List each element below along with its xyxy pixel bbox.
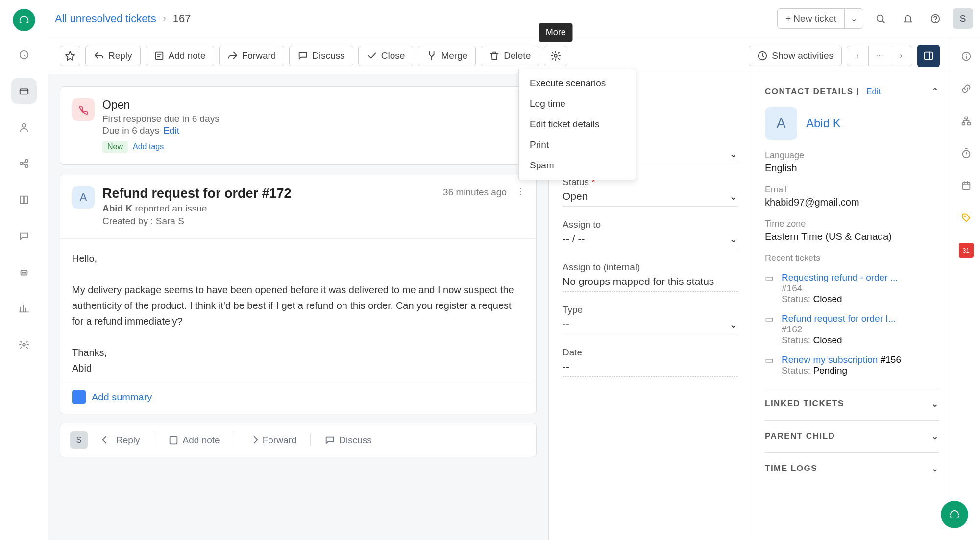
nav-knowledge-icon[interactable] — [11, 187, 37, 212]
nav-dashboard-icon[interactable] — [11, 42, 37, 68]
assign-select[interactable]: -- / --⌄ — [563, 230, 738, 249]
calendar-icon[interactable] — [959, 178, 974, 193]
add-summary-button[interactable]: Add summary — [60, 380, 536, 414]
menu-log-time[interactable]: Log time — [519, 94, 636, 114]
ticket-body: Hello, My delivery package seems to have… — [60, 239, 536, 380]
close-button[interactable]: Close — [358, 46, 414, 66]
nav-bot-icon[interactable] — [11, 259, 37, 285]
breadcrumb-list[interactable]: All unresolved tickets — [55, 12, 156, 25]
contact-name-link[interactable]: Abid K — [806, 117, 841, 130]
help-icon[interactable] — [925, 8, 946, 29]
chevron-down-icon: ⌄ — [931, 464, 939, 474]
right-rail: 31 — [952, 37, 980, 540]
notifications-icon[interactable] — [898, 8, 918, 29]
nav-reports-icon[interactable] — [11, 296, 37, 321]
email-value: khabid97@gmail.com — [765, 197, 939, 208]
date-value[interactable]: -- — [563, 358, 738, 377]
svg-point-7 — [22, 272, 23, 273]
menu-print[interactable]: Print — [519, 135, 636, 155]
app-logo[interactable] — [13, 9, 35, 31]
menu-execute-scenarios[interactable]: Execute scenarios — [519, 73, 636, 94]
search-icon[interactable] — [870, 8, 891, 29]
nav-social-icon[interactable] — [11, 151, 37, 176]
next-ticket-button[interactable]: › — [890, 46, 912, 66]
toggle-panel-button[interactable] — [917, 45, 940, 67]
forward-action[interactable]: Forward — [248, 435, 297, 446]
svg-point-23 — [964, 216, 965, 217]
type-select[interactable]: --⌄ — [563, 315, 738, 334]
timezone-value: Eastern Time (US & Canada) — [765, 231, 939, 242]
svg-point-9 — [23, 343, 25, 346]
assign-internal-value: No groups mapped for this status — [563, 273, 738, 292]
stopwatch-icon[interactable] — [959, 146, 974, 161]
new-pill: New — [102, 141, 128, 153]
ticket-nav-menu[interactable]: ⋯ — [869, 46, 890, 66]
nav-chat-icon[interactable] — [11, 223, 37, 249]
merge-button[interactable]: Merge — [418, 46, 476, 66]
star-button[interactable] — [60, 46, 80, 66]
add-tags-link[interactable]: Add tags — [133, 142, 164, 151]
ticket-nav-arrows: ‹ ⋯ › — [847, 46, 912, 66]
language-label: Language — [765, 150, 939, 161]
hierarchy-icon[interactable] — [959, 114, 974, 128]
discuss-action[interactable]: Discuss — [324, 435, 372, 446]
recent-ticket[interactable]: ▭Refund request for order I...#162Status… — [765, 313, 939, 346]
ticket-detail-card: A Refund request for order #172 Abid K r… — [60, 174, 537, 414]
svg-rect-1 — [20, 89, 28, 94]
parent-child-accordion[interactable]: PARENT CHILD⌄ — [765, 420, 939, 452]
due-text: Due in 6 days — [102, 125, 159, 136]
discuss-button[interactable]: Discuss — [289, 46, 353, 66]
support-fab[interactable] — [941, 501, 968, 528]
tag-icon[interactable] — [959, 211, 974, 225]
edit-contact-link[interactable]: Edit — [866, 87, 881, 96]
type-label: Type — [563, 305, 738, 315]
recent-ticket[interactable]: ▭Requesting refund - order ...#164Status… — [765, 272, 939, 305]
chevron-right-icon: › — [163, 13, 166, 23]
status-select[interactable]: Open⌄ — [563, 188, 738, 207]
more-dropdown: Execute scenarios Log time Edit ticket d… — [518, 69, 636, 180]
phone-icon — [72, 98, 95, 121]
nav-tickets-icon[interactable] — [11, 78, 37, 104]
ticket-icon: ▭ — [765, 272, 775, 305]
calendar-date-badge[interactable]: 31 — [959, 243, 974, 258]
ticket-toolbar: Reply Add note Forward Discuss Close Mer… — [48, 37, 952, 74]
timezone-label: Time zone — [765, 219, 939, 229]
forward-button[interactable]: Forward — [219, 46, 285, 66]
more-tooltip: More — [539, 23, 573, 42]
ticket-actions-icon[interactable]: ⋮ — [516, 187, 524, 196]
prev-ticket-button[interactable]: ‹ — [847, 46, 869, 66]
new-ticket-button[interactable]: + New ticket ⌄ — [777, 8, 863, 29]
reply-avatar: S — [70, 431, 88, 449]
recent-ticket[interactable]: ▭Renew my subscription #156Status: Pendi… — [765, 354, 939, 376]
left-sidebar — [0, 0, 48, 540]
chevron-down-icon[interactable]: ⌄ — [845, 14, 863, 23]
info-icon[interactable] — [959, 49, 974, 64]
edit-due-link[interactable]: Edit — [163, 125, 179, 136]
delete-button[interactable]: Delete — [481, 46, 539, 66]
breadcrumb-ticket-id: 167 — [173, 12, 191, 25]
menu-edit-ticket-details[interactable]: Edit ticket details — [519, 114, 636, 135]
svg-point-2 — [22, 124, 25, 127]
svg-rect-12 — [155, 52, 163, 59]
more-button[interactable]: More — [544, 46, 567, 66]
nav-contacts-icon[interactable] — [11, 115, 37, 140]
assign-internal-label: Assign to (internal) — [563, 262, 738, 273]
user-avatar[interactable]: S — [953, 8, 973, 29]
nav-settings-icon[interactable] — [11, 332, 37, 357]
time-logs-accordion[interactable]: TIME LOGS⌄ — [765, 452, 939, 485]
chevron-down-icon: ⌄ — [729, 318, 738, 330]
linked-tickets-accordion[interactable]: LINKED TICKETS⌄ — [765, 388, 939, 420]
add-note-action[interactable]: Add note — [168, 435, 220, 446]
add-note-button[interactable]: Add note — [146, 46, 214, 66]
first-response: First response due in 6 days — [102, 114, 524, 124]
ticket-icon: ▭ — [765, 313, 775, 346]
reply-action[interactable]: Reply — [101, 435, 140, 446]
date-label: Date — [563, 347, 738, 358]
link-icon[interactable] — [959, 81, 974, 96]
ticket-icon: ▭ — [765, 354, 775, 376]
menu-spam[interactable]: Spam — [519, 155, 636, 176]
show-activities-button[interactable]: Show activities — [749, 46, 842, 66]
email-label: Email — [765, 185, 939, 195]
chevron-up-icon[interactable]: ⌃ — [931, 86, 939, 96]
reply-button[interactable]: Reply — [85, 46, 141, 66]
